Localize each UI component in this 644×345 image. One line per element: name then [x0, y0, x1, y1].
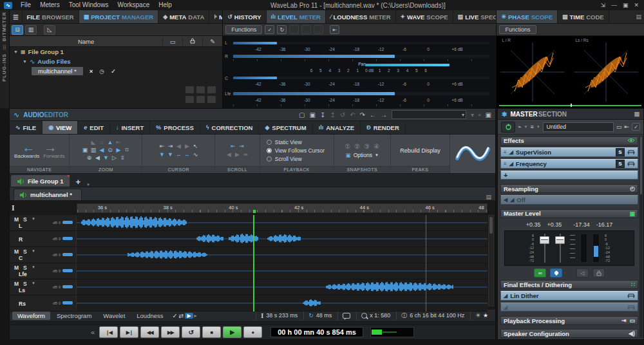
tab-live-spectrogram[interactable]: ▨LIVESPECTROGRAM	[453, 10, 497, 23]
restore-icon[interactable]: ⇲	[600, 2, 605, 8]
go-start-button[interactable]: ❘◀	[99, 326, 118, 338]
refresh-icon[interactable]: ↺	[340, 111, 345, 118]
dock-options-icon[interactable]: ▣	[486, 111, 491, 118]
tab-wave-scope[interactable]: ✦WAVESCOPE	[396, 10, 453, 23]
cursor-pointer-icon[interactable]: ↖	[191, 143, 200, 150]
zoom-selection-icon[interactable]: ◣	[89, 139, 97, 146]
file-tab-multichannel[interactable]: multichannel *	[14, 189, 82, 200]
collapse-icon[interactable]: ▾	[471, 111, 474, 118]
option-scroll-view[interactable]: Scroll View	[267, 154, 302, 163]
file-list-icon[interactable]: ▤	[486, 194, 491, 200]
mono-button[interactable]: ◁	[576, 268, 589, 277]
wave-vertical-scrollbar[interactable]	[488, 215, 494, 306]
menu-tool-windows[interactable]: Tool Windows	[64, 0, 113, 10]
tab-wavelet[interactable]: Wavelet	[98, 312, 130, 320]
scrollbar-thumb[interactable]	[640, 136, 642, 194]
solo-button[interactable]: S	[23, 216, 27, 223]
monitor-column-icon[interactable]: ▭	[162, 38, 182, 45]
file-name-field[interactable]: multichannel *	[32, 67, 83, 75]
insert-icon[interactable]: ⇥	[621, 317, 627, 324]
tab-edit[interactable]: eEDIT	[78, 121, 110, 134]
cursor-marker-b-icon[interactable]: ▼	[166, 151, 175, 158]
tab-spectrogram[interactable]: Spectrogram	[52, 312, 97, 320]
tab-level-meter[interactable]: ılıLEVELMETER	[267, 10, 326, 23]
bypass-icon[interactable]	[627, 149, 635, 155]
gain-pill[interactable]	[62, 285, 73, 288]
tab-spectrum[interactable]: ◈SPECTRUM	[259, 121, 312, 134]
add-group-tab-button[interactable]: +	[71, 177, 85, 187]
plugin-slot-supervision[interactable]: ≡ ◢ SuperVision S	[500, 147, 638, 157]
zoom-window-icon[interactable]: ▣	[80, 147, 89, 154]
rewind-button[interactable]: ◀◀	[140, 326, 159, 338]
clock-icon[interactable]: ◷	[99, 68, 104, 75]
zoom-loop-icon[interactable]: ⌂	[97, 139, 106, 146]
rail-label-plugins[interactable]: PLUG-INS	[1, 53, 7, 82]
cursor-start-icon[interactable]: ⇤	[158, 143, 166, 150]
master-fader-left[interactable]	[539, 234, 549, 263]
meter-mode-3-icon[interactable]	[314, 25, 323, 34]
meter-mode-2-icon[interactable]	[301, 25, 311, 34]
solo-button[interactable]: S	[23, 265, 27, 271]
reset-chain-icon[interactable]: ⇤	[624, 124, 629, 130]
zoom-reset-icon[interactable]: ⇤	[114, 139, 122, 146]
cursor-position-status[interactable]: I38 s 233 ms	[256, 311, 302, 320]
snapshot-2-button[interactable]: ②	[354, 143, 360, 150]
tab-markers[interactable]: ⊧MARKERS	[209, 10, 222, 23]
navigate-forwards-button[interactable]: →	[44, 142, 57, 153]
tree-item-file-group[interactable]: ▼ ▦ File Group 1	[10, 47, 222, 57]
playback-processing-header[interactable]: Playback Processing ⇥ ▭	[500, 316, 638, 325]
radio-icon[interactable]	[267, 156, 272, 162]
speaker-icon[interactable]: ◀)	[629, 330, 635, 337]
tab-render[interactable]: ÐRENDER	[361, 121, 406, 134]
minimize-icon[interactable]: —	[611, 2, 617, 8]
solo-plugin-button[interactable]: S	[616, 160, 625, 168]
expand-icon[interactable]: ▼	[14, 50, 18, 54]
tab-loudness-meter[interactable]: ∕LOUDNESSMETER	[326, 10, 396, 23]
bypass-monitor-icon[interactable]: ▭	[616, 124, 622, 130]
check-icon[interactable]: ✓	[111, 68, 116, 75]
scroll-cursor-icon[interactable]: ⇹	[242, 151, 250, 158]
chevron-down-icon[interactable]: ▼	[32, 281, 35, 285]
bypass-icon[interactable]	[627, 161, 635, 167]
radio-icon[interactable]	[267, 140, 272, 145]
effects-section-header[interactable]: Effects	[500, 136, 638, 145]
tab-view[interactable]: ◉VIEW	[43, 121, 78, 134]
solo-button[interactable]: S	[23, 281, 27, 287]
cursor-selection-icon[interactable]: ↔	[183, 151, 191, 158]
tab-file[interactable]: ∿FILE	[10, 121, 43, 134]
master-level-mode-icon[interactable]: ▣	[629, 210, 635, 217]
zoom-out-horizontal-icon[interactable]: ◀	[97, 147, 106, 154]
chevron-down-icon[interactable]: ▼	[32, 249, 35, 253]
plugin-slot-frequency[interactable]: ≡ ◢ Frequency S	[500, 159, 638, 169]
tab-history[interactable]: ↺HISTORY	[223, 10, 266, 23]
zoom-split-icon[interactable]: ▥	[89, 147, 97, 154]
menu-icon[interactable]: ≡	[530, 124, 533, 130]
tab-process[interactable]: %PROCESS	[150, 121, 200, 134]
forward-button[interactable]: ▶▶	[161, 326, 180, 338]
play-button[interactable]: ▶	[223, 326, 242, 338]
new-file-icon[interactable]: ▢	[299, 111, 305, 118]
tab-correction[interactable]: ϟCORRECTION	[200, 121, 260, 134]
cursor-region-icon[interactable]: ↔	[175, 151, 183, 158]
effects-visibility-icon[interactable]	[627, 138, 635, 144]
time-display[interactable]: 00 h 00 mn 40 s 854 ms	[270, 327, 363, 337]
dither-slot[interactable]: ◢ Lin Dither	[500, 291, 638, 301]
hamburger-icon[interactable]: ☰	[10, 10, 23, 23]
scroll-left-icon[interactable]: ◀	[225, 151, 233, 158]
functions-button[interactable]: Functions	[499, 25, 536, 34]
reset-icon[interactable]: ↻	[277, 25, 287, 34]
gain-pill[interactable]	[62, 301, 73, 304]
grid-icon[interactable]: ⣿	[3, 45, 6, 50]
tab-timecode[interactable]: ▤TIMECODE	[558, 10, 609, 23]
drag-handle-icon[interactable]: ≡	[504, 149, 507, 155]
list-view-icon[interactable]: ▥	[25, 25, 37, 35]
rename-column-icon[interactable]: ✎	[202, 38, 222, 45]
favorites-status[interactable]: ✳★	[470, 311, 493, 320]
save-icon[interactable]: ↧	[320, 111, 325, 118]
cursor-end-icon[interactable]: ⇥	[166, 143, 175, 150]
mute-button[interactable]: M	[14, 248, 19, 255]
cursor-marker-a-icon[interactable]: ▼	[158, 151, 166, 158]
lock-column-icon[interactable]	[182, 38, 202, 45]
bypass-icon[interactable]	[627, 293, 635, 299]
link-faders-button[interactable]: ∞	[534, 268, 546, 277]
